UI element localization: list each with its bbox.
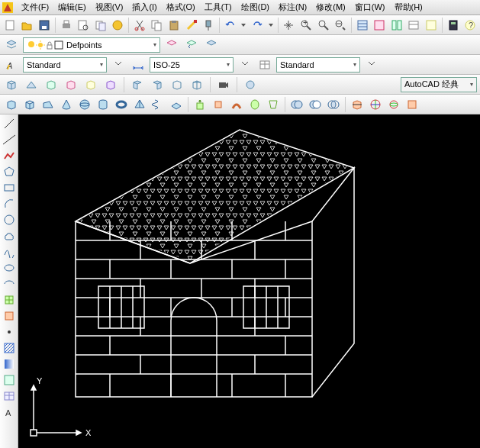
save-icon[interactable] (36, 17, 53, 34)
block-icon[interactable] (2, 308, 17, 324)
layerstate-icon[interactable] (163, 37, 180, 53)
markup-icon[interactable] (423, 17, 440, 34)
menu-help[interactable]: 帮助(H) (390, 0, 427, 15)
undo-dropdown-icon[interactable] (239, 17, 248, 34)
textstyle-dropdown[interactable]: Standard ▾ (23, 57, 107, 73)
workspace-dropdown[interactable]: AutoCAD 经典 ▾ (401, 77, 477, 92)
preview-icon[interactable] (75, 17, 92, 34)
dimstyle-icon[interactable] (130, 56, 147, 73)
layer-prev-icon[interactable] (183, 37, 200, 53)
rect-icon[interactable] (2, 180, 17, 195)
section-icon[interactable] (404, 96, 420, 113)
circle-icon[interactable] (2, 212, 17, 227)
copy-icon[interactable] (149, 17, 166, 34)
redo-dropdown-icon[interactable] (266, 17, 275, 34)
pan-icon[interactable] (281, 17, 298, 34)
layermgr-icon[interactable] (3, 37, 20, 53)
gradient-icon[interactable] (2, 356, 17, 372)
line-icon[interactable] (2, 116, 17, 131)
revolve-icon[interactable] (246, 96, 263, 113)
hatch-icon[interactable] (2, 340, 17, 356)
wedge-icon[interactable] (23, 76, 40, 93)
sweep-icon[interactable] (228, 96, 245, 113)
drawing-canvas[interactable]: X Y (18, 114, 480, 448)
sphere-icon[interactable] (76, 96, 93, 113)
zoomrt-icon[interactable]: + (298, 17, 314, 34)
planar-icon[interactable] (168, 96, 185, 113)
zoomprev-icon[interactable] (332, 17, 349, 34)
xline-icon[interactable] (2, 132, 17, 147)
cut-icon[interactable] (131, 17, 148, 34)
view1-icon[interactable] (129, 76, 146, 93)
menu-window[interactable]: 窗口(W) (350, 0, 390, 15)
menu-view[interactable]: 视图(V) (91, 0, 128, 15)
help-icon[interactable]: ? (462, 17, 478, 34)
menu-modify[interactable]: 修改(M) (311, 0, 350, 15)
cone-icon[interactable] (58, 96, 75, 113)
box-solid-icon[interactable] (21, 96, 38, 113)
menu-tools[interactable]: 工具(T) (200, 0, 237, 15)
cone-view-icon[interactable] (43, 76, 60, 93)
paste-icon[interactable] (166, 17, 182, 34)
view4-icon[interactable] (188, 76, 205, 93)
open-icon[interactable] (19, 17, 36, 34)
print-icon[interactable] (58, 17, 75, 34)
calc-icon[interactable] (445, 17, 462, 34)
pyramid-icon[interactable] (131, 96, 148, 113)
menu-edit[interactable]: 编辑(E) (53, 0, 91, 15)
subtract-icon[interactable] (307, 96, 324, 113)
loft-icon[interactable] (265, 96, 282, 113)
wedge-solid-icon[interactable] (40, 96, 56, 113)
ellipse-icon[interactable] (2, 260, 17, 276)
menu-insert[interactable]: 插入(I) (127, 0, 161, 15)
paint-icon[interactable] (200, 17, 217, 34)
point-icon[interactable] (2, 324, 17, 340)
camera-icon[interactable] (215, 76, 232, 93)
box2-icon[interactable] (63, 76, 79, 93)
layer-dropdown[interactable]: Defpoints ▾ (23, 37, 160, 53)
dc-icon[interactable] (372, 17, 388, 34)
polygon-icon[interactable] (2, 164, 17, 179)
textstyle-apply-icon[interactable] (110, 56, 127, 73)
menu-draw[interactable]: 绘图(D) (237, 0, 274, 15)
layeriso-icon[interactable] (203, 37, 220, 53)
spline-icon[interactable] (2, 244, 17, 259)
vs-dropdown-icon[interactable] (242, 76, 259, 93)
arc-icon[interactable] (2, 196, 17, 211)
publish-icon[interactable] (92, 17, 109, 34)
presspull-icon[interactable] (210, 96, 227, 113)
textstyle-icon[interactable]: A (3, 56, 20, 73)
polysolid-icon[interactable] (3, 96, 20, 113)
box-icon[interactable] (3, 76, 20, 93)
tablestyle-dropdown[interactable]: Standard ▾ (276, 57, 360, 73)
menu-dimension[interactable]: 标注(N) (274, 0, 311, 15)
tablestyle-apply-icon[interactable] (363, 56, 380, 73)
region-icon[interactable] (2, 372, 17, 388)
cylinder-icon[interactable] (95, 96, 111, 113)
match-icon[interactable] (183, 17, 200, 34)
ellipsearc-icon[interactable] (2, 276, 17, 292)
tp-icon[interactable] (388, 17, 405, 34)
torus-icon[interactable] (113, 96, 130, 113)
pline-icon[interactable] (2, 148, 17, 163)
props-icon[interactable] (354, 17, 371, 34)
3drotate-icon[interactable] (385, 96, 402, 113)
helix-icon[interactable] (150, 96, 166, 113)
3dalign-icon[interactable] (367, 96, 384, 113)
undo-icon[interactable] (222, 17, 239, 34)
box4-icon[interactable] (102, 76, 119, 93)
new-icon[interactable] (2, 17, 18, 34)
tablestyle-icon[interactable] (256, 56, 273, 73)
dimstyle-apply-icon[interactable] (237, 56, 253, 73)
insert-icon[interactable] (2, 292, 17, 308)
menu-file[interactable]: 文件(F) (17, 0, 53, 15)
zoomwin-icon[interactable] (315, 17, 332, 34)
ssm-icon[interactable] (406, 17, 423, 34)
plot-icon[interactable] (109, 17, 126, 34)
revcloud-icon[interactable] (2, 228, 17, 243)
union-icon[interactable] (288, 96, 305, 113)
mtext-icon[interactable]: A (2, 404, 17, 420)
view2-icon[interactable] (149, 76, 166, 93)
extrude-icon[interactable] (192, 96, 208, 113)
intersect-icon[interactable] (325, 96, 342, 113)
